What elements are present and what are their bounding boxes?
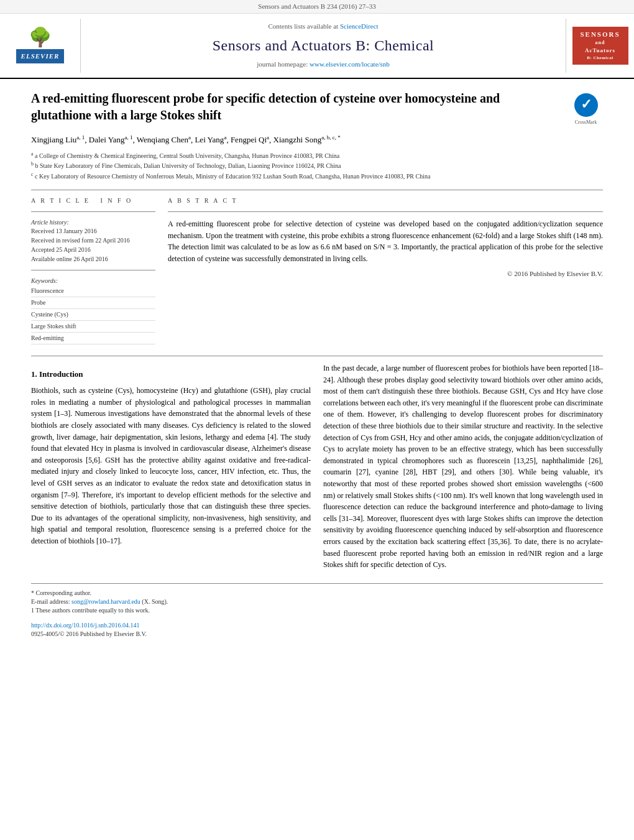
citation-bar: Sensors and Actuators B 234 (2016) 27–33 [0, 0, 634, 14]
affil-c: c c Key Laboratory of Resource Chemistry… [31, 171, 603, 181]
equal-contribution-note: 1 These authors contribute equally to th… [31, 606, 603, 615]
history-label: Article history: [31, 218, 155, 227]
page: Sensors and Actuators B 234 (2016) 27–33… [0, 0, 634, 840]
sub-text: B: Chemical [577, 55, 624, 62]
email-suffix: (X. Song). [142, 598, 168, 605]
keyword-3: Cysteine (Cys) [31, 309, 155, 321]
received-date: Received 13 January 2016 [31, 227, 155, 236]
crossmark-circle: ✓ [574, 93, 598, 117]
affiliations: a a College of Chemistry & Chemical Engi… [31, 150, 603, 181]
email-link[interactable]: song@rowland.harvard.edu [71, 598, 140, 605]
affil-a: a a College of Chemistry & Chemical Engi… [31, 150, 603, 160]
elsevier-logo: 🌳 ELSEVIER [0, 19, 81, 72]
tree-icon: 🌳 [29, 28, 52, 47]
email-note: E-mail address: song@rowland.harvard.edu… [31, 598, 603, 606]
contents-label: Contents lists available at [268, 22, 338, 30]
homepage-url[interactable]: www.elsevier.com/locate/snb [310, 60, 390, 68]
divider-keywords [31, 270, 155, 270]
divider-1 [31, 190, 603, 190]
corresponding-note: * Corresponding author. [31, 589, 603, 598]
sensors-logo-box: SENSORS and AcTuators B: Chemical [566, 19, 634, 72]
doi-footer: http://dx.doi.org/10.1016/j.snb.2016.04.… [31, 621, 603, 639]
keywords-label: Keywords: [31, 277, 155, 285]
elsevier-box: ELSEVIER [16, 49, 65, 63]
article-info-label: A R T I C L E I N F O [31, 196, 155, 205]
revised-date: Received in revised form 22 April 2016 [31, 236, 155, 245]
article-body: A R T I C L E I N F O Article history: R… [31, 196, 603, 344]
article-history: Article history: Received 13 January 201… [31, 218, 155, 264]
intro-right-para: In the past decade, a large number of fl… [323, 362, 603, 571]
sensors-logo-inner: SENSORS and AcTuators B: Chemical [572, 27, 628, 65]
journal-meta-top: Contents lists available at ScienceDirec… [268, 22, 378, 31]
journal-header: 🌳 ELSEVIER Contents lists available at S… [0, 14, 634, 78]
authors: Xingjiang Liua, 1, Dalei Yanga, 1, Wenqi… [31, 133, 603, 147]
abstract-label: A B S T R A C T [168, 196, 603, 205]
intro-title: Introduction [39, 369, 83, 379]
section-number: 1. [31, 369, 37, 379]
divider-info [31, 211, 155, 212]
footnote-area: * Corresponding author. E-mail address: … [31, 583, 603, 615]
main-columns: 1. Introduction Biothiols, such as cyste… [31, 362, 603, 575]
article-title: A red-emitting fluorescent probe for spe… [31, 90, 559, 124]
email-label: E-mail address: [31, 598, 70, 605]
right-col: In the past decade, a large number of fl… [323, 362, 603, 575]
doi-link[interactable]: http://dx.doi.org/10.1016/j.snb.2016.04.… [31, 622, 140, 629]
homepage-label: journal homepage: [257, 60, 308, 68]
divider-abstract [168, 211, 603, 212]
abstract-copyright: © 2016 Published by Elsevier B.V. [168, 269, 603, 279]
intro-heading: 1. Introduction [31, 369, 311, 380]
available-date: Available online 26 April 2016 [31, 255, 155, 264]
article-content: A red-emitting fluorescent probe for spe… [0, 79, 634, 650]
and-line: and [577, 39, 624, 46]
left-col: 1. Introduction Biothiols, such as cyste… [31, 362, 311, 575]
actuators-line: AcTuators [577, 47, 624, 55]
journal-title: Sensors and Actuators B: Chemical [213, 35, 434, 57]
abstract-col: A B S T R A C T A red-emitting fluoresce… [168, 196, 603, 344]
keywords-section: Keywords: Fluorescence Probe Cysteine (C… [31, 277, 155, 344]
keyword-2: Probe [31, 297, 155, 309]
abstract-text: A red-emitting fluorescent probe for sel… [168, 218, 603, 264]
elsevier-label: ELSEVIER [21, 52, 60, 60]
issn-text: 0925-4005/© 2016 Published by Elsevier B… [31, 630, 147, 637]
crossmark-text: CrossMark [575, 119, 597, 126]
journal-center: Contents lists available at ScienceDirec… [81, 19, 566, 72]
keyword-4: Large Stokes shift [31, 321, 155, 333]
sciencedirect-link[interactable]: ScienceDirect [340, 22, 379, 30]
citation-text: Sensors and Actuators B 234 (2016) 27–33 [258, 2, 375, 10]
crossmark-logo[interactable]: ✓ CrossMark [569, 93, 603, 126]
article-info-col: A R T I C L E I N F O Article history: R… [31, 196, 155, 344]
journal-homepage: journal homepage: www.elsevier.com/locat… [257, 60, 390, 69]
intro-left-para: Biothiols, such as cysteine (Cys), homoc… [31, 385, 311, 547]
divider-2 [31, 356, 603, 356]
article-title-area: A red-emitting fluorescent probe for spe… [31, 90, 603, 126]
accepted-date: Accepted 25 April 2016 [31, 246, 155, 254]
keyword-1: Fluorescence [31, 285, 155, 297]
affil-b: b b State Key Laboratory of Fine Chemica… [31, 160, 603, 170]
sensors-line: SENSORS [577, 30, 624, 39]
keyword-5: Red-emitting [31, 333, 155, 344]
